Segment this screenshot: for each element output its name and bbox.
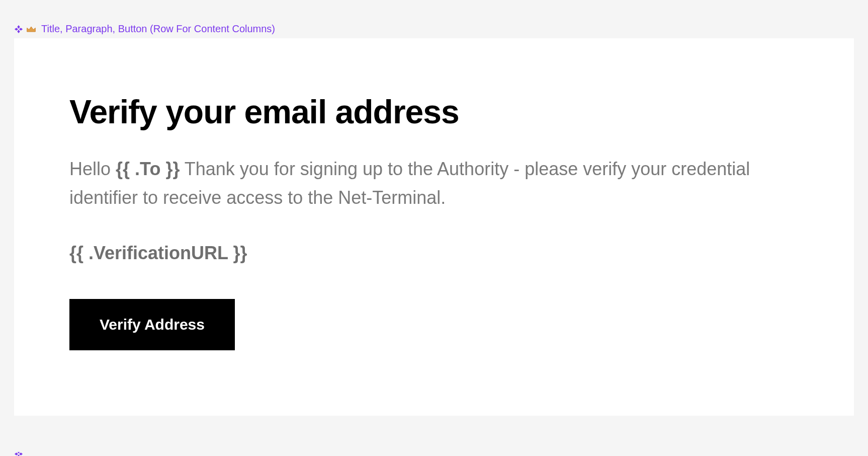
block-header[interactable]: Title, Paragraph, Button (Row For Conten… — [14, 23, 275, 35]
editor-canvas: Title, Paragraph, Button (Row For Conten… — [0, 0, 868, 456]
page-title[interactable]: Verify your email address — [69, 94, 799, 130]
verify-address-button[interactable]: Verify Address — [69, 299, 235, 350]
intro-paragraph[interactable]: Hello {{ .To }} Thank you for signing up… — [69, 155, 799, 212]
crown-icon — [26, 26, 36, 33]
content-block[interactable]: Verify your email address Hello {{ .To }… — [14, 38, 854, 416]
block-label: Title, Paragraph, Button (Row For Conten… — [41, 23, 275, 35]
verification-url-token[interactable]: {{ .VerificationURL }} — [69, 243, 799, 264]
paragraph-text-pre: Hello — [69, 159, 116, 179]
diamond-cluster-icon — [14, 452, 23, 456]
diamond-cluster-icon — [14, 25, 23, 34]
block-header-next[interactable] — [14, 452, 23, 456]
recipient-token: {{ .To }} — [116, 159, 180, 179]
